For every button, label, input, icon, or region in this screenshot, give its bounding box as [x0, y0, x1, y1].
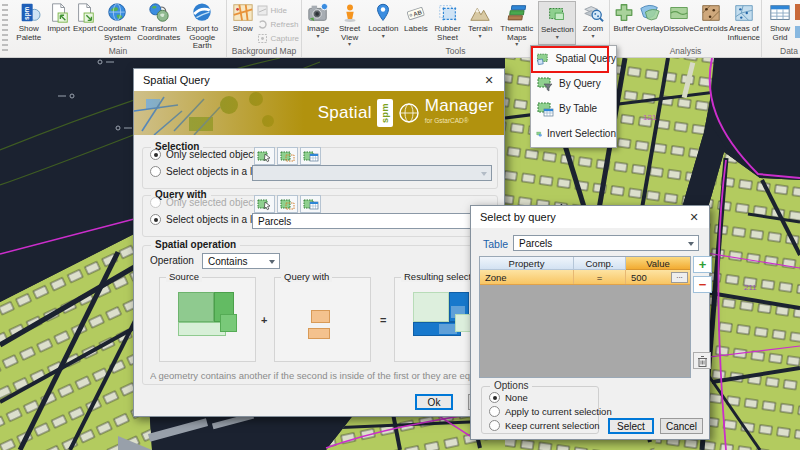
coordinate-system-icon [104, 2, 130, 24]
query-grid: Property Comp. Value Zone = 500 ... [479, 256, 691, 378]
menu-item-by-query[interactable]: By Query [531, 71, 616, 96]
selection-only-selected-radio[interactable]: Only selected objects [150, 149, 261, 160]
pick-table-icon [303, 198, 319, 211]
query-shape [311, 310, 330, 323]
street-view-button[interactable]: Street View ▾ [335, 1, 365, 45]
background-map-capture-button[interactable]: Capture [257, 32, 299, 44]
import-icon [46, 2, 72, 24]
by-table-icon [536, 101, 554, 117]
source-shape [220, 314, 237, 332]
location-dropdown-caret: ▾ [382, 34, 385, 39]
menu-item-by-table[interactable]: By Table [531, 96, 616, 121]
spatial-query-close-button[interactable]: ✕ [474, 69, 504, 91]
transform-coordinates-icon [146, 2, 172, 24]
background-map-refresh-button[interactable]: Refresh [257, 18, 299, 30]
selection-button[interactable]: Selection ▾ [538, 1, 576, 45]
column-header-value[interactable]: Value [626, 257, 690, 270]
background-map-hide-button[interactable]: Hide [257, 4, 299, 16]
zoom-button[interactable]: Zoom ▾ [579, 1, 607, 45]
pick-table-icon [303, 150, 319, 163]
radio-selected-icon [150, 149, 161, 160]
query-with-layer-dropdown[interactable]: Parcels [252, 213, 492, 229]
areas-of-influence-button[interactable]: Areas of Influence [728, 1, 760, 45]
clear-conditions-button[interactable] [693, 352, 711, 369]
option-keep-radio[interactable]: Keep current selection [489, 420, 600, 431]
operation-dropdown[interactable]: Contains [202, 253, 280, 269]
centroids-icon [698, 2, 724, 24]
radio-icon [150, 166, 161, 177]
ok-button[interactable]: Ok [415, 394, 453, 410]
toolbar-grip[interactable] [2, 4, 8, 52]
source-shape [178, 292, 214, 322]
centroids-button[interactable]: Centroids [694, 1, 728, 45]
location-button[interactable]: Location ▾ [367, 1, 399, 45]
equals-symbol: = [380, 314, 386, 326]
export-google-earth-button[interactable]: Export to Google Earth [181, 1, 224, 45]
pick-window-button[interactable] [277, 195, 298, 213]
chevron-down-icon [688, 242, 694, 246]
dissolve-button[interactable]: Dissolve [664, 1, 694, 45]
buffer-button[interactable]: Buffer [612, 1, 636, 45]
operation-label: Operation [150, 255, 194, 266]
banner-gradient [134, 91, 304, 135]
plus-symbol: + [261, 314, 267, 326]
remove-condition-button[interactable]: − [693, 276, 712, 293]
labels-icon: AB [403, 2, 429, 24]
radio-disabled-icon [150, 197, 161, 208]
operation-description: A geometry contains another if the secon… [150, 370, 494, 381]
image-dropdown-caret: ▾ [316, 34, 319, 39]
overlay-button[interactable]: Overlay [636, 1, 664, 45]
labels-button[interactable]: AB Labels [402, 1, 430, 45]
pick-table-button[interactable] [300, 147, 321, 165]
import-button[interactable]: Import [46, 1, 72, 45]
svg-text:spm: spm [23, 6, 31, 19]
terrain-button[interactable]: Terrain ▾ [465, 1, 495, 45]
export-button[interactable]: Export [72, 1, 98, 45]
map-label-121: 121 [643, 113, 657, 122]
option-apply-radio[interactable]: Apply to current selection [489, 406, 612, 417]
column-header-comp[interactable]: Comp. [574, 257, 626, 270]
row-comp: = [574, 270, 626, 284]
selection-dropdown-caret: ▾ [556, 35, 559, 40]
hide-icon [257, 5, 268, 16]
select-by-query-close-button[interactable]: ✕ [679, 206, 709, 228]
add-condition-button[interactable]: + [693, 256, 712, 273]
value-picker-button[interactable]: ... [671, 272, 688, 283]
pick-objects-button[interactable] [254, 195, 275, 213]
menu-item-invert-selection[interactable]: Invert Selection [531, 121, 616, 146]
cancel-button[interactable]: Cancel [660, 418, 703, 434]
menu-item-spatial-query[interactable]: Spatial Query [531, 46, 616, 71]
background-map-show-button[interactable]: Show [229, 1, 257, 45]
export-icon [72, 2, 98, 24]
selection-layer-dropdown[interactable] [252, 165, 492, 181]
query-shape [308, 328, 330, 339]
street-view-icon [337, 2, 363, 24]
option-none-radio[interactable]: None [489, 392, 528, 403]
show-grid-button[interactable]: Show Grid [764, 1, 796, 45]
query-with-only-selected-radio[interactable]: Only selected objects [150, 197, 261, 208]
spm-logo: spm [377, 99, 393, 127]
show-palette-button[interactable]: spm Show Palette [12, 1, 46, 45]
image-button[interactable]: Image ▾ [304, 1, 332, 45]
column-header-property[interactable]: Property [480, 257, 574, 270]
pick-window-button[interactable] [277, 147, 298, 165]
thematic-maps-button[interactable]: Thematic Maps ▾ [498, 1, 536, 45]
rubber-sheet-button[interactable]: Rubber Sheet [433, 1, 463, 45]
selection-icon [544, 3, 570, 25]
pick-objects-button[interactable] [254, 147, 275, 165]
coordinate-system-button[interactable]: Coordinate System [98, 1, 138, 45]
query-row[interactable]: Zone = 500 ... [480, 270, 690, 285]
radio-selected-icon [150, 214, 161, 225]
zoom-icon [580, 2, 606, 24]
terrain-dropdown-caret: ▾ [479, 34, 482, 39]
spatial-query-dialog-title: Spatial Query [134, 69, 504, 91]
pick-table-button[interactable] [300, 195, 321, 213]
select-by-query-dialog: Select by query ✕ Table Parcels Property… [470, 205, 710, 440]
table-dropdown[interactable]: Parcels [513, 235, 699, 251]
selection-dropdown-menu: Spatial Query By Query By Table Invert S… [530, 45, 617, 148]
invert-selection-icon [536, 126, 542, 142]
location-pin-icon [370, 2, 396, 24]
transform-coordinates-button[interactable]: Transform Coordinates [137, 1, 180, 45]
select-button[interactable]: Select [608, 418, 654, 434]
buffer-icon [611, 2, 637, 24]
